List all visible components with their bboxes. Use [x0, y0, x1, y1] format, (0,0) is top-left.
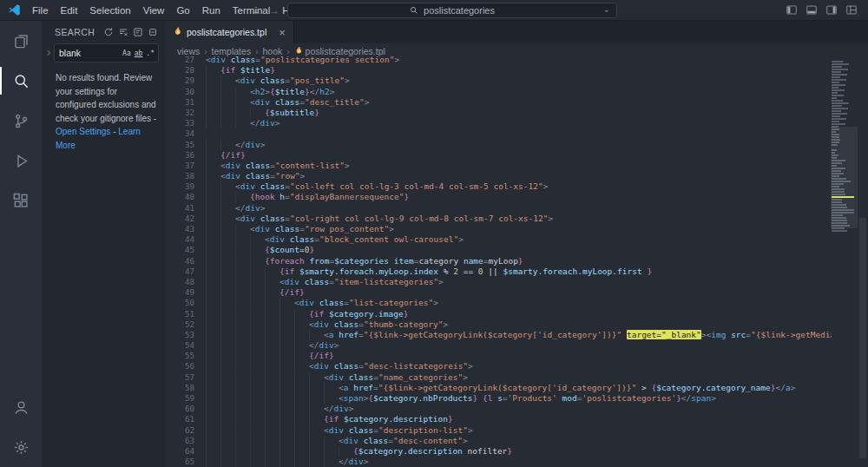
line-number[interactable]: 44	[165, 234, 194, 245]
line-number[interactable]: 32	[165, 108, 194, 118]
code-line[interactable]: 30<h2>{$title}</h2>	[165, 87, 832, 97]
code-line[interactable]: 34	[165, 128, 832, 139]
chevron-down-icon[interactable]: ⌄	[603, 4, 610, 14]
minimap-slider[interactable]	[831, 127, 858, 228]
collapse-icon[interactable]	[148, 27, 158, 37]
toggle-secondary-sidebar-icon[interactable]	[825, 4, 838, 16]
code-line[interactable]: 35</div>	[165, 140, 832, 150]
code-line[interactable]: 42<div class="col-right col col-lg-9 col…	[165, 214, 832, 224]
code-line[interactable]: 44<div class="block_content owl-carousel…	[165, 234, 832, 245]
tab-poslistcategories[interactable]: poslistcategories.tpl ×	[165, 21, 294, 43]
minimap[interactable]	[832, 59, 858, 467]
line-number[interactable]: 45	[165, 245, 194, 255]
line-number[interactable]: 34	[165, 128, 194, 139]
code-line[interactable]: 46{foreach from=$categories item=categor…	[165, 256, 832, 266]
line-number[interactable]: 48	[165, 277, 194, 287]
line-number[interactable]: 55	[165, 351, 194, 361]
code-line[interactable]: 55{/if}	[165, 351, 832, 361]
line-number[interactable]: 40	[165, 192, 194, 202]
vertical-scrollbar[interactable]	[858, 59, 868, 467]
code-line[interactable]: 51{if $category.image}	[165, 309, 832, 319]
line-number[interactable]: 28	[165, 65, 194, 76]
line-number[interactable]: 38	[165, 171, 194, 181]
code-line[interactable]: 49{/if}	[165, 287, 832, 298]
line-number[interactable]: 53	[165, 330, 194, 340]
line-number[interactable]: 64	[165, 446, 194, 457]
code-line[interactable]: 50<div class="list-categories">	[165, 298, 832, 308]
code-line[interactable]: 43<div class="row pos_content">	[165, 224, 832, 234]
code-line[interactable]: 60</div>	[165, 404, 832, 414]
code-line[interactable]: 33</div>	[165, 118, 832, 128]
code-line[interactable]: 28{if $title}	[165, 65, 832, 76]
code-line[interactable]: 53<a href="{$link->getCategoryLink($cate…	[165, 330, 832, 340]
toggle-replace-chevron-icon[interactable]	[43, 49, 54, 57]
menu-selection[interactable]: Selection	[83, 5, 136, 16]
line-number[interactable]: 27	[165, 55, 194, 65]
menu-go[interactable]: Go	[170, 5, 195, 16]
close-icon[interactable]: ×	[279, 27, 286, 38]
line-number[interactable]: 29	[165, 76, 194, 86]
code-line[interactable]: 38<div class="row">	[165, 171, 832, 181]
line-number[interactable]: 56	[165, 361, 194, 372]
customize-layout-icon[interactable]	[845, 4, 858, 16]
code-line[interactable]: 58<a href="{$link->getCategoryLink($cate…	[165, 383, 832, 393]
line-number[interactable]: 62	[165, 425, 194, 436]
code-line[interactable]: 29<div class="pos_title">	[165, 76, 832, 86]
code-line[interactable]: 32{$subtitle}	[165, 108, 832, 118]
line-number[interactable]: 42	[165, 214, 194, 224]
code-line[interactable]: 61{if $category.description}	[165, 414, 832, 424]
code-line[interactable]: 62<div class="description-list">	[165, 425, 832, 436]
code-line[interactable]: 37<div class="content-list">	[165, 161, 832, 171]
line-number[interactable]: 47	[165, 266, 194, 277]
line-number[interactable]: 61	[165, 414, 194, 424]
line-number[interactable]: 57	[165, 372, 194, 383]
forward-arrow-icon[interactable]: →	[269, 5, 279, 16]
code-line[interactable]: 48<div class="item-listcategories">	[165, 277, 832, 287]
code-line[interactable]: 64{$category.description nofilter}	[165, 446, 832, 457]
code-line[interactable]: 57<div class="name_categories">	[165, 372, 832, 383]
back-arrow-icon[interactable]: ←	[251, 5, 261, 16]
toggle-panel-icon[interactable]	[806, 4, 818, 16]
line-number[interactable]: 31	[165, 97, 194, 108]
code-line[interactable]: 41</div>	[165, 203, 832, 214]
code-line[interactable]: 52<div class="thumb-category">	[165, 319, 832, 330]
line-number[interactable]: 58	[165, 383, 194, 393]
code-line[interactable]: 56<div class="desc-listcategoreis">	[165, 361, 832, 372]
activity-settings[interactable]	[0, 427, 42, 467]
code-line[interactable]: 47{if $smarty.foreach.myLoop.index % 2 =…	[165, 266, 832, 277]
whole-word-toggle[interactable]: ab	[133, 49, 145, 57]
line-number[interactable]: 39	[165, 181, 194, 192]
menu-run[interactable]: Run	[196, 5, 227, 16]
code-line[interactable]: 27<div class="poslistcategories section"…	[165, 55, 832, 65]
activity-source-control[interactable]	[0, 101, 42, 141]
code-line[interactable]: 63<div class="desc-content">	[165, 436, 832, 446]
code-line[interactable]: 54</div>	[165, 340, 832, 351]
line-number[interactable]: 33	[165, 118, 194, 128]
scrollbar-thumb[interactable]	[859, 218, 866, 458]
code-line[interactable]: 40{hook h="displayBannersequence"}	[165, 192, 832, 202]
line-number[interactable]: 51	[165, 309, 194, 319]
activity-search[interactable]	[0, 61, 42, 101]
refresh-icon[interactable]	[103, 27, 114, 37]
code-line[interactable]: 45{$count=0}	[165, 245, 832, 255]
line-number[interactable]: 52	[165, 319, 194, 330]
open-settings-link[interactable]: Open Settings	[56, 127, 110, 136]
code-line[interactable]: 36{/if}	[165, 150, 832, 161]
menu-view[interactable]: View	[137, 5, 171, 16]
line-number[interactable]: 41	[165, 203, 194, 214]
clear-results-icon[interactable]	[118, 27, 128, 37]
code-line[interactable]: 31<div class="desc_title">	[165, 97, 832, 108]
line-number[interactable]: 30	[165, 87, 194, 97]
line-number[interactable]: 50	[165, 298, 194, 308]
line-number[interactable]: 37	[165, 161, 194, 171]
command-center-search[interactable]: poslistcategories ⌄	[287, 3, 617, 18]
code-line[interactable]: 39<div class="col-left col col-lg-3 col-…	[165, 181, 832, 192]
line-number[interactable]: 36	[165, 150, 194, 161]
line-number[interactable]: 59	[165, 393, 194, 404]
activity-run-debug[interactable]	[0, 141, 42, 181]
menu-file[interactable]: File	[26, 5, 55, 16]
code-line[interactable]: 65</div>	[165, 457, 832, 467]
open-search-editor-icon[interactable]	[133, 27, 143, 37]
line-number[interactable]: 54	[165, 340, 194, 351]
line-number[interactable]: 49	[165, 287, 194, 298]
